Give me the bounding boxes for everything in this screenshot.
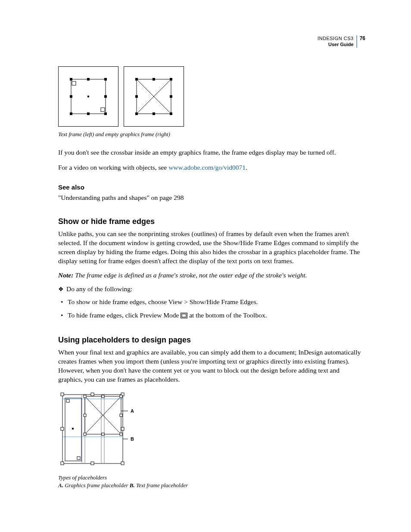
svg-rect-12 bbox=[87, 96, 89, 97]
paragraph-video: For a video on working with objects, see… bbox=[58, 163, 365, 172]
svg-rect-4 bbox=[70, 112, 72, 115]
bullet-show-hide: To show or hide frame edges, choose View… bbox=[61, 297, 365, 307]
svg-rect-49 bbox=[120, 414, 122, 417]
page-number: 76 bbox=[356, 35, 365, 48]
callout-b-key: B. bbox=[130, 482, 135, 488]
svg-rect-9 bbox=[104, 95, 107, 98]
bullet2-post: at the bottom of the Toolbox. bbox=[187, 311, 267, 319]
bullet2-pre: To hide frame edges, click Preview Mode bbox=[68, 311, 181, 319]
svg-rect-10 bbox=[72, 81, 76, 85]
svg-rect-31 bbox=[61, 427, 64, 430]
note-text: The frame edge is defined as a frame's s… bbox=[73, 271, 307, 279]
svg-rect-8 bbox=[70, 95, 72, 98]
svg-rect-52 bbox=[120, 433, 122, 436]
svg-rect-6 bbox=[87, 78, 90, 81]
guide-label: User Guide bbox=[318, 41, 354, 47]
svg-rect-35 bbox=[121, 462, 124, 465]
callout-a-label: A bbox=[131, 408, 134, 414]
do-any-line: ❖Do any of the following: bbox=[58, 285, 365, 293]
section-show-hide-heading: Show or hide frame edges bbox=[58, 217, 365, 226]
svg-rect-51 bbox=[102, 433, 104, 436]
svg-rect-21 bbox=[153, 78, 155, 81]
svg-rect-27 bbox=[62, 395, 123, 464]
callout-b-text: Text frame placeholder bbox=[135, 482, 188, 488]
callout-b-label: B bbox=[131, 436, 134, 442]
svg-rect-26 bbox=[182, 314, 186, 317]
svg-rect-34 bbox=[91, 462, 94, 465]
svg-rect-19 bbox=[135, 112, 138, 115]
figure2-title: Types of placeholders bbox=[58, 474, 365, 482]
page-header: INDESIGN CS3 User Guide 76 bbox=[318, 35, 365, 48]
bullet-preview-mode: To hide frame edges, click Preview Mode … bbox=[61, 311, 365, 321]
svg-rect-32 bbox=[121, 427, 124, 430]
video-text-post: . bbox=[246, 164, 247, 171]
figure-placeholders: A B bbox=[58, 390, 365, 470]
svg-rect-56 bbox=[77, 457, 80, 460]
text-frame-illustration bbox=[58, 66, 118, 127]
callout-a-text: Graphics frame placeholder bbox=[63, 482, 130, 488]
figure-frames bbox=[58, 66, 365, 127]
video-text-pre: For a video on working with objects, see bbox=[58, 164, 168, 171]
preview-mode-icon bbox=[181, 311, 187, 321]
svg-rect-5 bbox=[104, 112, 107, 115]
svg-rect-11 bbox=[101, 108, 105, 112]
svg-rect-48 bbox=[84, 414, 86, 417]
svg-rect-50 bbox=[84, 433, 86, 436]
note-label: Note: bbox=[58, 271, 73, 279]
svg-rect-33 bbox=[61, 462, 64, 465]
svg-rect-23 bbox=[135, 95, 138, 98]
paragraph-crossbar: If you don't see the crossbar inside an … bbox=[58, 148, 365, 157]
bullet-list: To show or hide frame edges, choose View… bbox=[58, 297, 365, 321]
svg-rect-45 bbox=[84, 395, 86, 398]
do-any-text: Do any of the following: bbox=[66, 285, 132, 292]
svg-rect-54 bbox=[72, 428, 74, 429]
svg-rect-3 bbox=[104, 78, 107, 81]
see-also-heading: See also bbox=[58, 184, 365, 191]
svg-rect-7 bbox=[87, 112, 90, 115]
svg-rect-18 bbox=[170, 78, 172, 81]
svg-rect-24 bbox=[170, 95, 172, 98]
svg-rect-47 bbox=[120, 395, 122, 398]
graphics-frame-illustration bbox=[124, 66, 184, 127]
svg-rect-20 bbox=[170, 112, 172, 115]
figure1-caption: Text frame (left) and empty graphics fra… bbox=[58, 131, 365, 138]
svg-rect-28 bbox=[61, 393, 64, 396]
diamond-bullet-icon: ❖ bbox=[58, 286, 66, 292]
video-link[interactable]: www.adobe.com/go/vid0071 bbox=[168, 164, 246, 171]
svg-rect-46 bbox=[102, 395, 104, 398]
figure2-caption: Types of placeholders A. Graphics frame … bbox=[58, 474, 365, 489]
see-also-ref: "Understanding paths and shapes" on page… bbox=[58, 193, 365, 202]
note: Note: The frame edge is defined as a fra… bbox=[58, 271, 365, 279]
section-placeholders-body: When your final text and graphics are av… bbox=[58, 348, 365, 384]
svg-rect-2 bbox=[70, 78, 72, 81]
callout-a-key: A. bbox=[58, 482, 63, 488]
svg-rect-55 bbox=[66, 399, 69, 402]
section-show-hide-body: Unlike paths, you can see the nonprintin… bbox=[58, 230, 365, 266]
svg-rect-22 bbox=[153, 112, 155, 115]
section-placeholders-heading: Using placeholders to design pages bbox=[58, 336, 365, 345]
svg-rect-17 bbox=[135, 78, 138, 81]
product-name: INDESIGN CS3 bbox=[318, 35, 354, 41]
svg-rect-29 bbox=[91, 393, 94, 396]
